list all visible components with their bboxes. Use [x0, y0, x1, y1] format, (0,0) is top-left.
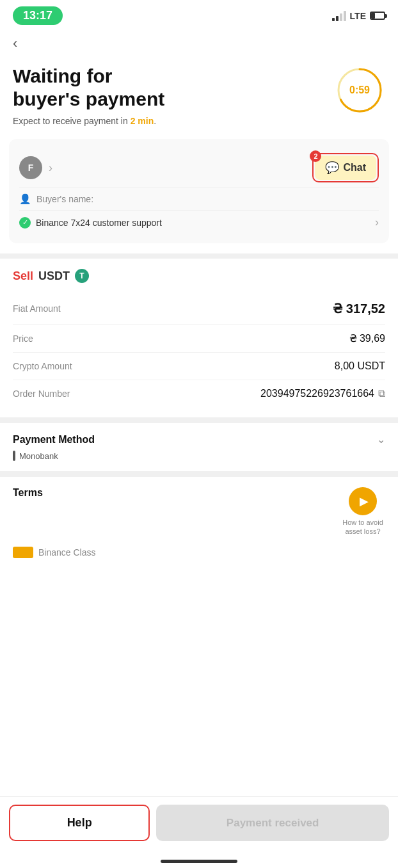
chat-icon: 💬 [325, 161, 339, 175]
chat-badge: 2 [310, 150, 321, 162]
play-button-circle: ▶ [349, 487, 377, 515]
page-title: Waiting for buyer's payment [13, 65, 164, 111]
copy-icon[interactable]: ⧉ [378, 388, 385, 399]
monobank-name: Monobank [19, 451, 58, 461]
trade-asset-label: USDT [38, 269, 70, 283]
play-icon: ▶ [360, 494, 369, 508]
network-label: LTE [350, 11, 366, 21]
trade-type-row: Sell USDT T [13, 269, 385, 283]
user-chevron-icon: › [49, 161, 52, 175]
monobank-row: Monobank [13, 451, 385, 461]
status-time: 13:17 [13, 6, 63, 25]
section-divider-3 [0, 471, 398, 476]
payment-received-button: Payment received [156, 805, 389, 841]
buyer-info: 👤 Buyer's name: [19, 193, 93, 205]
support-row[interactable]: ✓ Binance 7x24 customer support › [19, 210, 379, 234]
terms-title: Terms [13, 487, 43, 499]
bottom-buttons: Help Payment received [0, 796, 398, 849]
fiat-amount-row: Fiat Amount ₴ 317,52 [13, 293, 385, 325]
header-section: Waiting for buyer's payment Expect to re… [0, 58, 398, 139]
chat-button-wrapper: 2 💬 Chat [312, 153, 379, 182]
support-info: ✓ Binance 7x24 customer support [19, 217, 162, 229]
order-number: 20394975226923761664 [260, 388, 374, 399]
price-value: ₴ 39,69 [349, 332, 385, 344]
person-icon: 👤 [19, 193, 31, 205]
chat-label: Chat [343, 162, 366, 173]
section-divider-2 [0, 417, 398, 422]
fiat-label: Fiat Amount [13, 303, 61, 314]
price-label: Price [13, 334, 33, 344]
section-divider [0, 253, 398, 259]
payment-section: Payment Method ⌄ Monobank [0, 422, 398, 471]
terms-section: Terms ▶ How to avoid asset loss? [0, 476, 398, 542]
help-button[interactable]: Help [9, 805, 150, 841]
order-value-row: 20394975226923761664 ⧉ [260, 388, 385, 399]
header-subtitle: Expect to receive payment in 2 min. [13, 116, 164, 126]
timer-value: 0:59 [349, 84, 370, 96]
tether-icon: T [75, 269, 89, 283]
crypto-value: 8,00 USDT [335, 360, 385, 372]
monobank-bar-icon [13, 451, 15, 461]
support-chevron-icon: › [375, 216, 379, 229]
order-label: Order Number [13, 389, 70, 399]
header-left: Waiting for buyer's payment Expect to re… [13, 65, 164, 126]
status-right: LTE [332, 11, 385, 21]
order-number-row: Order Number 20394975226923761664 ⧉ [13, 380, 385, 407]
trade-section: Sell USDT T Fiat Amount ₴ 317,52 Price ₴… [0, 259, 398, 417]
countdown-timer: 0:59 [334, 65, 385, 116]
fiat-value: ₴ 317,52 [333, 301, 385, 316]
price-row: Price ₴ 39,69 [13, 325, 385, 353]
crypto-label: Crypto Amount [13, 361, 72, 371]
check-icon: ✓ [19, 217, 31, 229]
support-label: Binance 7x24 customer support [36, 218, 162, 228]
avatar: F [19, 156, 42, 179]
payment-chevron-icon: ⌄ [377, 433, 385, 446]
signal-icon [332, 11, 346, 21]
back-button[interactable]: ‹ [0, 29, 398, 58]
user-chat-row: F › 2 💬 Chat [19, 148, 379, 188]
trade-sell-label: Sell [13, 269, 33, 283]
battery-icon [370, 12, 385, 20]
back-chevron-icon: ‹ [13, 35, 17, 51]
user-row[interactable]: F › [19, 156, 52, 179]
chat-button[interactable]: 2 💬 Chat [315, 156, 376, 180]
crypto-amount-row: Crypto Amount 8,00 USDT [13, 353, 385, 380]
home-indicator [161, 860, 237, 863]
buyer-label: Buyer's name: [36, 194, 93, 204]
video-button[interactable]: ▶ How to avoid asset loss? [340, 487, 385, 536]
binance-badge-icon [13, 547, 33, 558]
payment-title: Payment Method [13, 434, 95, 446]
binance-class-text: Binance Class [38, 547, 96, 558]
binance-class-row: Binance Class [0, 542, 398, 567]
payment-header[interactable]: Payment Method ⌄ [13, 433, 385, 446]
buyer-row: 👤 Buyer's name: [19, 188, 379, 210]
video-label: How to avoid asset loss? [340, 518, 385, 536]
status-bar: 13:17 LTE [0, 0, 398, 29]
info-card: F › 2 💬 Chat 👤 Buyer's name: ✓ Binance 7… [9, 139, 389, 243]
